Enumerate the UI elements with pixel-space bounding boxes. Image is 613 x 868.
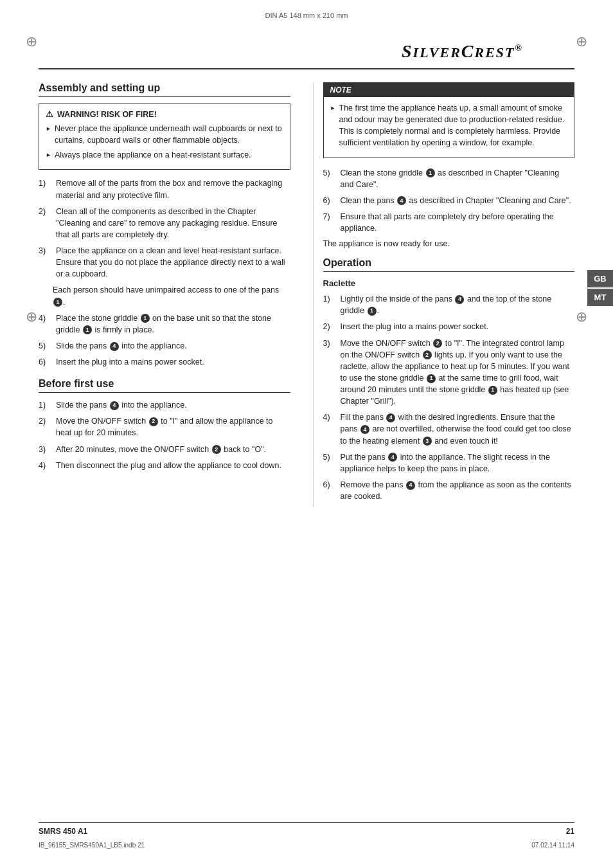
warning-text: WARNING! RISK OF FIRE! (57, 110, 157, 119)
file-info-left: IB_96155_SMRS450A1_LB5.indb 21 (39, 842, 145, 849)
icon-num-2a: 2 (149, 417, 158, 426)
bfu-step-4: 4) Then disconnect the plug and allow th… (39, 460, 290, 471)
cont-step-5: 5) Clean the stone griddle 1 as describe… (323, 167, 575, 190)
page: DIN A5 148 mm x 210 mm ⊕ ⊕ ⊕ ⊕ SILVERCRE… (0, 0, 613, 868)
reg-mark-ml: ⊕ (26, 309, 37, 325)
note-header: NOTE (324, 83, 574, 97)
op-step-5: 5) Put the pans 4 into the appliance. Th… (323, 451, 575, 475)
icon-num-1e: 1 (368, 307, 377, 316)
bottom-model: SMRS 450 A1 (39, 827, 87, 836)
right-column: NOTE The first time the appliance heats … (313, 82, 575, 507)
ready-text: The appliance is now ready for use. (323, 239, 575, 248)
continued-steps: 5) Clean the stone griddle 1 as describe… (323, 167, 575, 235)
assembly-step-3-extra: Each person should have unimpaired acces… (39, 284, 290, 307)
logo-bar: SILVERCREST® (39, 22, 574, 69)
bottom-page: 21 (566, 827, 574, 836)
op-step-1: 1) Lightly oil the inside of the pans 4 … (323, 293, 575, 316)
icon-num-1: 1 (53, 298, 62, 307)
reg-mark-mr: ⊕ (576, 309, 587, 325)
icon-num-1b: 1 (141, 314, 150, 323)
reg-mark-tl: ⊕ (26, 33, 37, 50)
assembly-step-1: 1) Remove all of the parts from the box … (39, 177, 290, 201)
assembly-step-6: 6) Insert the plug into a mains power so… (39, 356, 290, 368)
note-bullets: The first time the appliance heats up, a… (330, 102, 568, 149)
icon-num-1g: 1 (488, 386, 497, 395)
assembly-step-5: 5) Slide the pans 4 into the appliance. (39, 340, 290, 352)
operation-title: Operation (323, 257, 575, 272)
warning-bullet-2: Always place the appliance on a heat-res… (46, 149, 283, 161)
icon-num-4b: 4 (110, 401, 119, 410)
op-step-6: 6) Remove the pans 4 from the appliance … (323, 479, 575, 502)
cont-step-6: 6) Clean the pans 4 as described in Chap… (323, 195, 575, 206)
cont-step-7: 7) Ensure that all parts are completely … (323, 211, 575, 234)
icon-num-4g: 4 (388, 453, 397, 462)
icon-num-1d: 1 (426, 168, 435, 177)
left-column: Assembly and setting up ⚠ WARNING! RISK … (39, 82, 300, 507)
icon-num-2d: 2 (423, 350, 432, 359)
bfu-step-2: 2) Move the ON/OFF switch 2 to "I" and a… (39, 415, 290, 439)
top-meta: DIN A5 148 mm x 210 mm (0, 0, 613, 22)
icon-num-4f: 4 (360, 425, 369, 434)
bottom-file-info: IB_96155_SMRS450A1_LB5.indb 21 07.02.14 … (39, 842, 574, 849)
icon-num-4a: 4 (110, 342, 119, 351)
assembly-step-3: 3) Place the appliance on a clean and le… (39, 245, 290, 280)
icon-num-1c: 1 (83, 325, 92, 334)
assembly-steps-cont: 4) Place the stone griddle 1 on the base… (39, 312, 290, 368)
din-label: DIN A5 148 mm x 210 mm (265, 12, 348, 19)
reg-mark-tr: ⊕ (576, 33, 587, 50)
icon-num-3a: 3 (423, 437, 432, 446)
icon-num-4c: 4 (397, 196, 406, 205)
op-step-4: 4) Fill the pans 4 with the desired ingr… (323, 411, 575, 446)
op-step-3: 3) Move the ON/OFF switch 2 to "I". The … (323, 338, 575, 408)
before-first-use-steps: 1) Slide the pans 4 into the appliance. … (39, 399, 290, 471)
warning-icon: ⚠ (46, 109, 53, 119)
bfu-step-3: 3) After 20 minutes, move the ON/OFF swi… (39, 444, 290, 455)
raclette-subtitle: Raclette (323, 278, 575, 288)
side-tab-gb: GB (587, 270, 613, 287)
icon-num-4d: 4 (455, 295, 464, 304)
warning-bullet-1: Never place the appliance underneath wal… (46, 123, 283, 146)
side-tab-mt: MT (587, 289, 613, 306)
icon-num-2b: 2 (212, 445, 221, 454)
note-bullet-1: The first time the appliance heats up, a… (330, 102, 568, 149)
assembly-step-4: 4) Place the stone griddle 1 on the base… (39, 312, 290, 336)
icon-num-2c: 2 (433, 339, 442, 348)
bottom-bar: SMRS 450 A1 21 (39, 822, 574, 836)
assembly-step-2: 2) Clean all of the components as descri… (39, 206, 290, 240)
icon-num-1f: 1 (427, 374, 436, 383)
assembly-section-title: Assembly and setting up (39, 82, 290, 97)
note-box: NOTE The first time the appliance heats … (323, 82, 575, 158)
warning-bullets: Never place the appliance underneath wal… (46, 123, 283, 161)
icon-num-4e: 4 (386, 413, 395, 422)
file-info-right: 07.02.14 11:14 (531, 842, 574, 849)
brand-name: SILVERCREST® (402, 41, 523, 61)
side-tabs: GB MT (587, 270, 613, 306)
assembly-steps: 1) Remove all of the parts from the box … (39, 177, 290, 280)
icon-num-4h: 4 (406, 481, 415, 490)
before-first-use-title: Before first use (39, 378, 290, 393)
op-step-2: 2) Insert the plug into a mains power so… (323, 321, 575, 332)
operation-steps: 1) Lightly oil the inside of the pans 4 … (323, 293, 575, 502)
note-body: The first time the appliance heats up, a… (324, 97, 574, 158)
warning-title: ⚠ WARNING! RISK OF FIRE! (46, 109, 283, 119)
main-content: Assembly and setting up ⚠ WARNING! RISK … (0, 69, 613, 507)
brand-logo: SILVERCREST® (402, 41, 523, 62)
bfu-step-1: 1) Slide the pans 4 into the appliance. (39, 399, 290, 411)
warning-box: ⚠ WARNING! RISK OF FIRE! Never place the… (39, 104, 290, 170)
